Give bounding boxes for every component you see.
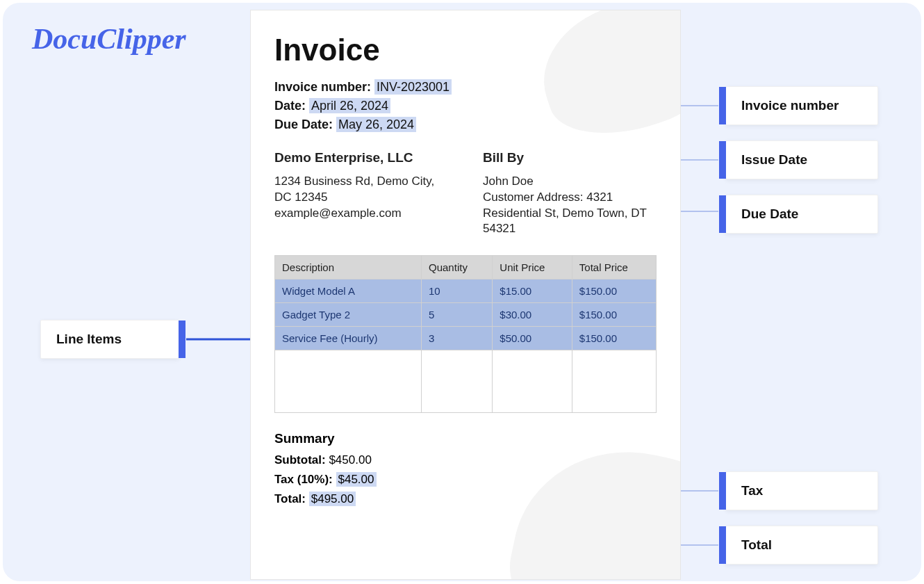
summary-title: Summary [274, 431, 657, 446]
badge-tax: Tax [725, 471, 878, 510]
party-from-name: Demo Enterprise, LLC [274, 149, 448, 167]
table-row: Gadget Type 2 5 $30.00 $150.00 [275, 303, 657, 327]
invoice-number-label: Invoice number: [274, 80, 371, 94]
cell-quantity: 5 [422, 303, 493, 327]
badge-invoice-number: Invoice number [725, 86, 878, 125]
col-description: Description [275, 256, 422, 279]
col-quantity: Quantity [422, 256, 493, 279]
party-from-address: 1234 Business Rd, Demo City, DC 12345 [274, 174, 448, 206]
cell-quantity: 10 [422, 279, 493, 303]
summary-tax: Tax (10%): $45.00 [274, 473, 657, 487]
line-items-table: Description Quantity Unit Price Total Pr… [274, 255, 657, 413]
party-to-name: John Doe [483, 174, 657, 190]
invoice-title: Invoice [274, 33, 657, 67]
party-to-title: Bill By [483, 149, 657, 167]
cell-unit: $50.00 [493, 327, 572, 350]
col-unit-price: Unit Price [493, 256, 572, 279]
cell-quantity: 3 [422, 327, 493, 350]
brand-logo: DocuClipper [32, 22, 186, 56]
party-to-address: Customer Address: 4321 Residential St, D… [483, 190, 657, 238]
date-label: Date: [274, 99, 306, 113]
table-row-empty [275, 350, 657, 413]
badge-due-date: Due Date [725, 195, 878, 234]
party-from: Demo Enterprise, LLC 1234 Business Rd, D… [274, 149, 448, 237]
cell-total: $150.00 [572, 303, 656, 327]
table-row: Widget Model A 10 $15.00 $150.00 [275, 279, 657, 303]
due-date-label: Due Date: [274, 117, 333, 131]
date-value: April 26, 2024 [309, 98, 390, 113]
cell-description: Service Fee (Hourly) [275, 327, 422, 350]
invoice-number-value: INV-2023001 [374, 79, 452, 95]
due-date-line: Due Date: May 26, 2024 [274, 117, 657, 132]
summary-subtotal: Subtotal: $450.00 [274, 453, 657, 467]
cell-total: $150.00 [572, 327, 656, 350]
cell-description: Gadget Type 2 [275, 303, 422, 327]
summary-total: Total: $495.00 [274, 492, 657, 506]
summary-block: Summary Subtotal: $450.00 Tax (10%): $45… [274, 431, 657, 506]
badge-issue-date: Issue Date [725, 140, 878, 179]
badge-line-items: Line Items [40, 320, 179, 359]
badge-total: Total [725, 526, 878, 565]
table-row: Service Fee (Hourly) 3 $50.00 $150.00 [275, 327, 657, 350]
cell-total: $150.00 [572, 279, 656, 303]
due-date-value: May 26, 2024 [336, 117, 416, 132]
cell-unit: $15.00 [493, 279, 572, 303]
party-to: Bill By John Doe Customer Address: 4321 … [483, 149, 657, 237]
party-from-email: example@example.com [274, 206, 448, 222]
cell-unit: $30.00 [493, 303, 572, 327]
date-line: Date: April 26, 2024 [274, 99, 657, 113]
col-total-price: Total Price [572, 256, 656, 279]
cell-description: Widget Model A [275, 279, 422, 303]
invoice-document: Invoice Invoice number: INV-2023001 Date… [250, 10, 681, 580]
invoice-number-line: Invoice number: INV-2023001 [274, 80, 657, 95]
